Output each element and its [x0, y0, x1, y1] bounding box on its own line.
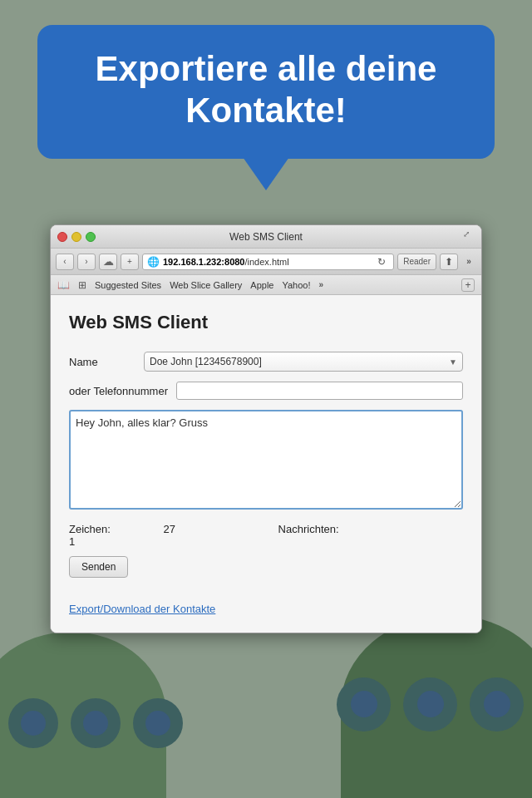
- select-arrow-icon: ▼: [449, 357, 457, 367]
- senden-button[interactable]: Senden: [69, 556, 128, 578]
- phone-label: oder Telefonnummer: [69, 385, 168, 397]
- export-link[interactable]: Export/Download der Kontakte: [69, 603, 215, 615]
- toolbar-overflow-button[interactable]: »: [461, 254, 476, 270]
- new-tab-button[interactable]: +: [121, 254, 139, 270]
- nachrichten-value: 1: [69, 535, 75, 548]
- message-textarea[interactable]: Hey John, alles klar? Gruss: [69, 410, 463, 510]
- bookmark-yahoo[interactable]: Yahoo!: [282, 280, 310, 290]
- minimize-button[interactable]: [71, 232, 81, 242]
- refresh-button[interactable]: ↻: [374, 254, 389, 270]
- phone-row: oder Telefonnummer: [69, 382, 463, 400]
- address-bar[interactable]: 🌐 192.168.1.232:8080/index.html ↻: [142, 254, 394, 270]
- zeichen-label: Zeichen:: [69, 523, 111, 535]
- browser-content: Web SMS Client Name Doe John [1234567890…: [51, 295, 481, 633]
- cloud-button[interactable]: ☁: [99, 254, 117, 270]
- form-stats: Zeichen: 27 Nachrichten: 1: [69, 523, 463, 548]
- name-select-value: Doe John [12345678900]: [150, 356, 262, 367]
- name-select[interactable]: Doe John [12345678900] ▼: [144, 352, 463, 372]
- browser-toolbar: ‹ › ☁ + 🌐 192.168.1.232:8080/index.html …: [51, 249, 481, 275]
- robot-eye-3: [145, 711, 170, 736]
- back-button[interactable]: ‹: [56, 254, 74, 270]
- address-path: /index.html: [244, 257, 288, 267]
- share-button[interactable]: ⬆: [440, 254, 458, 270]
- browser-title: Web SMS Client: [229, 231, 303, 243]
- bookmark-web-slice-gallery[interactable]: Web Slice Gallery: [170, 280, 242, 290]
- phone-input[interactable]: [176, 382, 463, 400]
- browser-dots: [57, 232, 96, 242]
- robot-eye-2: [83, 711, 108, 736]
- maximize-button[interactable]: [86, 232, 96, 242]
- nachrichten-label: Nachrichten:: [278, 523, 339, 535]
- bookmark-suggested-sites[interactable]: Suggested Sites: [95, 280, 161, 290]
- speech-bubble: Exportiere alle deine Kontakte!: [37, 25, 495, 159]
- browser-bookmarks-bar: 📖 ⊞ Suggested Sites Web Slice Gallery Ap…: [51, 275, 481, 295]
- globe-icon: 🌐: [147, 256, 160, 268]
- robot-eye-6: [351, 691, 377, 717]
- add-bookmark-button[interactable]: +: [461, 278, 475, 292]
- browser-window: Web SMS Client ⤢ ‹ › ☁ + 🌐 192.168.1.232…: [50, 224, 482, 633]
- bookmarks-overflow-button[interactable]: »: [319, 280, 324, 289]
- page-title: Web SMS Client: [69, 312, 463, 333]
- robot-eye-5: [417, 691, 444, 717]
- forward-button[interactable]: ›: [77, 254, 96, 270]
- bookmarks-icon: 📖: [57, 279, 70, 291]
- zeichen-value: 27: [164, 523, 175, 535]
- resize-icon: ⤢: [463, 229, 476, 243]
- name-row: Name Doe John [12345678900] ▼: [69, 352, 463, 372]
- robot-eye-1: [21, 711, 46, 736]
- name-label: Name: [69, 356, 135, 368]
- address-url: 192.168.1.232:8080/index.html: [163, 257, 371, 267]
- reader-button[interactable]: Reader: [397, 254, 436, 270]
- grid-icon: ⊞: [78, 279, 86, 291]
- speech-bubble-text: Exportiere alle deine Kontakte!: [62, 48, 470, 132]
- bookmark-apple[interactable]: Apple: [250, 280, 273, 290]
- zeichen-stat: Zeichen: 27: [69, 523, 229, 535]
- close-button[interactable]: [57, 232, 67, 242]
- address-host: 192.168.1.232:8080: [163, 257, 244, 267]
- robot-eye-4: [484, 691, 510, 717]
- browser-titlebar: Web SMS Client ⤢: [51, 225, 481, 249]
